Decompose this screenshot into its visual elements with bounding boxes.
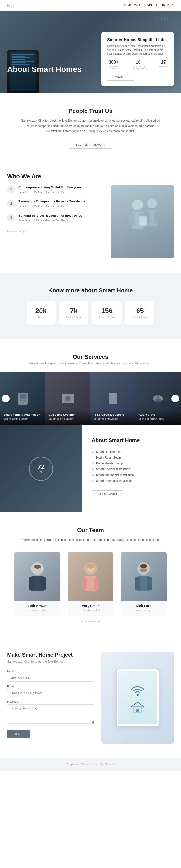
svg-marker-26: [154, 399, 162, 402]
trust-text: Sample text. Click to select the Text El…: [21, 118, 160, 134]
list-item-6: ✓ Smart Door Lock Installation: [92, 478, 171, 484]
form-message-group: Message: [7, 700, 94, 724]
who-item-2: 2 Thousands Of Ingenious Projects Worldw…: [7, 199, 104, 209]
trust-section: People Trust Us Sample text. Click to se…: [0, 93, 181, 158]
svg-rect-14: [20, 400, 22, 401]
svg-point-46: [137, 694, 139, 696]
service-title-3: IT Services & Support: [94, 413, 132, 416]
check-icon-6: ✓: [92, 479, 94, 483]
service-title-1: Smart Home & Automation: [3, 413, 42, 416]
svg-point-42: [140, 564, 147, 568]
services-subtitle: We offer a full range of home automation…: [7, 362, 174, 365]
svg-point-0: [132, 199, 143, 210]
svg-rect-45: [147, 577, 152, 590]
learn-more-button[interactable]: LEARN MORE: [92, 491, 123, 498]
who-image: [111, 186, 174, 258]
team-photo-2: [68, 552, 113, 600]
message-textarea[interactable]: [7, 704, 94, 724]
nav-links: HOME PAGE ABOUT COMPANY: [123, 3, 174, 7]
about-home-image: 72 °F: [0, 425, 82, 512]
who-item-3: 3 Building Services & Consumer Electroni…: [7, 214, 104, 223]
who-items: 1 Contemporary Living Model For Everyone…: [7, 186, 104, 232]
thermostat-unit: °F: [40, 471, 42, 474]
thermostat-temp: 72: [37, 463, 45, 471]
svg-rect-2: [130, 213, 135, 225]
stat-label-awards: AWARDS: [159, 65, 168, 67]
list-item-2: ✓ Media Room Setup: [92, 455, 171, 461]
stat-coffee-num: 156: [99, 307, 115, 315]
service-card-3: IT Services & Support Ut enim ad minim v…: [90, 372, 135, 425]
slider-prev-button[interactable]: ‹: [2, 395, 10, 402]
stat-clients: 7k Happy Clients: [59, 301, 88, 324]
form-email-group: Email: [7, 685, 94, 697]
name-input[interactable]: [7, 674, 94, 682]
who-item-title-1: Contemporary Living Model For Everyone: [19, 186, 81, 189]
stat-tasks-num: 20k: [33, 307, 49, 315]
who-item-text-2: Sample text. Click to select the Text El…: [19, 204, 85, 209]
service-text-3: Ut enim ad minim veniam.: [94, 417, 132, 421]
stat-clients-label: Happy Clients: [66, 316, 81, 319]
team-role-3: sales manager: [121, 609, 167, 612]
list-item-1: ✓ Smart Lighting Setup: [92, 449, 171, 455]
list-item-5: ✓ Smart Thermostat Installation: [92, 472, 171, 478]
footer-text: Sample text. Click to select the Text El…: [7, 763, 174, 766]
check-icon-3: ✓: [92, 462, 94, 465]
stat-experience: 10+ YEARS OF EXPERIENCE: [130, 60, 149, 70]
hero-card-text: Lorem ipsum dolor sit amet, consectetur …: [107, 44, 168, 56]
stat-happy-clients: 300+ HAPPY CLIENTS: [107, 60, 120, 70]
service-title-2: CCTV and Security: [48, 413, 87, 416]
about-home-content: About Smart Home ✓ Smart Lighting Setup …: [82, 425, 181, 512]
contact-image: [101, 652, 174, 744]
stat-awards: 17 AWARDS: [159, 60, 168, 70]
send-button[interactable]: SEND: [7, 730, 30, 738]
stat-tasks-label: Tasks: [33, 316, 49, 319]
slider-next-button[interactable]: ›: [171, 395, 179, 402]
nav-link-about[interactable]: ABOUT COMPANY: [147, 3, 174, 7]
hero-section: About Smart Homes Smarter Home. Simplifi…: [0, 11, 181, 93]
team-card-2: Mary Smith Chief Accountant: [68, 552, 113, 616]
hero-stats: 300+ HAPPY CLIENTS 10+ YEARS OF EXPERIEN…: [107, 60, 168, 70]
contact-us-button[interactable]: CONTACT US: [107, 73, 134, 81]
svg-marker-47: [131, 702, 144, 707]
about-home-title: About Smart Home: [92, 437, 171, 443]
svg-rect-44: [135, 577, 140, 590]
svg-rect-8: [140, 216, 147, 226]
who-item-1: 1 Contemporary Living Model For Everyone…: [7, 186, 104, 194]
svg-point-16: [22, 402, 24, 404]
team-photo-3: [121, 552, 167, 600]
team-section: Our Team Ut enim ad minim veniam, quis n…: [0, 512, 181, 638]
team-role-1: creative leader: [14, 609, 60, 612]
stat-num-awards: 17: [159, 60, 168, 65]
stat-ideas: 65 Unique Ideas: [125, 301, 154, 324]
tablet-device: [116, 669, 159, 727]
contact-form-container: Make Smart Home Project Sample text. Cli…: [7, 652, 94, 738]
svg-rect-37: [82, 578, 87, 590]
contact-section: Make Smart Home Project Sample text. Cli…: [0, 637, 181, 758]
navbar: logo HOME PAGE ABOUT COMPANY: [0, 0, 181, 11]
stat-num-exp: 10+: [130, 60, 149, 65]
nav-link-home[interactable]: HOME PAGE: [123, 3, 141, 7]
image-credit: Image from Freepik: [7, 230, 104, 232]
svg-point-29: [34, 565, 41, 568]
who-item-title-3: Building Services & Consumer Electronics: [19, 214, 82, 217]
name-label: Name: [7, 670, 94, 673]
service-text-2: Ut enim ad minim veniam.: [48, 417, 87, 421]
check-icon-1: ✓: [92, 450, 94, 454]
email-input[interactable]: [7, 689, 94, 697]
team-card-1: Bob Brown creative leader: [14, 552, 60, 616]
services-title: Our Services: [7, 353, 174, 360]
nav-logo: logo: [7, 4, 15, 7]
check-icon-4: ✓: [92, 467, 94, 471]
stats-row: 20k Tasks 7k Happy Clients 156 Cups of C…: [7, 301, 174, 324]
contact-desc: Sample text. Click to select the Text El…: [7, 659, 94, 664]
service-text-4: Ut enim ad minim veniam.: [139, 417, 177, 421]
who-icon-1: 1: [7, 186, 15, 193]
see-all-button[interactable]: SEE ALL PRODUCTS: [69, 141, 112, 149]
hero-card-title: Smarter Home. Simplified Life.: [107, 37, 168, 42]
svg-point-4: [147, 199, 157, 209]
about-home-section: 72 °F About Smart Home ✓ Smart Lighting …: [0, 425, 181, 512]
contact-layout: Make Smart Home Project Sample text. Cli…: [7, 652, 174, 744]
hero-title: About Smart Homes: [7, 65, 81, 74]
check-icon-2: ✓: [92, 456, 94, 459]
stat-tasks: 20k Tasks: [27, 301, 56, 324]
